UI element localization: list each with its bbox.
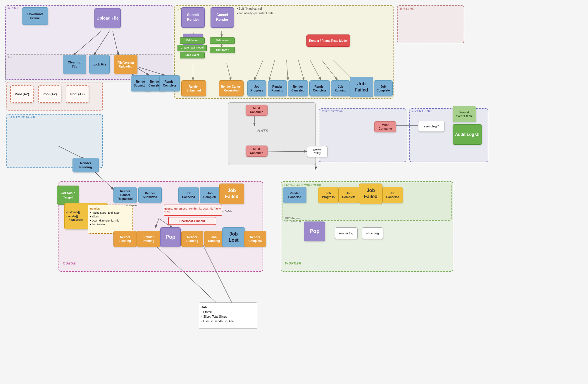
persist-events-node[interactable]: Persist events table [453,106,476,122]
render-info-node: Render: • Frame Start - End, Step • Slic… [88,205,133,234]
get-scale-target-node[interactable]: Get Scale Target [57,186,79,205]
worker-region-label: Worker [285,262,301,265]
delete-label-2: ← Delete [221,210,232,213]
render-cancel-requested-node[interactable]: Render Cancel Requested [219,80,244,96]
event-log-entry-node[interactable]: event.log.* [418,121,444,132]
render-pending-2-node[interactable]: Render Pending [113,231,137,247]
worker-relay-node[interactable]: Worker Relay [307,146,327,157]
nats-region [228,102,316,165]
render-canceled-w-node[interactable]: Render Canceled [283,187,306,203]
files-region-label: Files [8,6,19,10]
job-progress-w-node[interactable]: Job Progress [318,187,339,203]
job-complete-1-node[interactable]: Job Complete [374,80,393,96]
job-canceled-w-node[interactable]: Job Canceled [382,187,403,203]
render-submitted-3-node[interactable]: Render Submitted [138,187,162,203]
download-frame-node[interactable]: Download Frame [22,7,48,25]
cancel-render-note: • Soft / Hard cancel• Job affinity (pers… [237,6,275,16]
event-log-region-label: Event Log [412,110,432,113]
queue-inprogress-node: queue..inprogress render_id, user_id, fr… [164,205,222,216]
heartbeat-timeout-node: Heartbeat Timeout [168,217,216,225]
job-complete-w-node[interactable]: Job Complete [339,187,359,203]
pool-az-3-node[interactable]: Pool (AZ) [66,85,89,103]
render-canceled-2-node[interactable]: Render Canceled [288,80,308,96]
job-failed-q-node[interactable]: Job Failed [219,184,244,204]
render-submitted-2-node[interactable]: Render Submitted [181,80,206,96]
cleanup-file-node[interactable]: Clean up File [63,55,86,74]
billing-region [397,5,464,43]
nats-stream-region-label: NATS Stream [322,110,344,113]
render-running-node[interactable]: Render Running [268,80,287,96]
must-consume-2-node[interactable]: Must Consume [374,121,396,132]
autoscaler-region-label: Autoscaler [10,115,35,119]
validation-2-node[interactable]: Validation [210,37,235,44]
slice-png-node[interactable]: slice.png [362,227,383,239]
nats-region-label: NATS [257,129,268,133]
status-job-progress-label: Status.job.progress [284,184,321,186]
rpc-request-label: RPC Requestsvc.queue.pop [285,217,302,223]
file-version-uploaded-node[interactable]: File Version Uploaded [114,55,137,74]
pop-worker-node[interactable]: Pop [304,222,325,241]
render-complete-2-node[interactable]: Render Complete [309,80,330,96]
render-complete-q-node[interactable]: Render Complete [244,231,266,247]
billing-region-label: Billing [400,7,415,11]
diagram-container: Files EFS Autoscaler Render API Billing … [0,0,588,384]
render-log-node[interactable]: render.log [335,227,358,239]
job-running-1-node[interactable]: Job Running [331,80,350,96]
render-complete-1-node[interactable]: Render Complete [159,75,180,91]
emit-event-1-node[interactable]: Emit Event [180,52,205,58]
render-cancel-requested-2-node[interactable]: Render Cancel Requested [113,187,137,203]
upload-file-node[interactable]: Upload File [94,8,121,28]
create-read-model-node[interactable]: Create read model [177,45,207,51]
pool-az-1-node[interactable]: Pool (AZ) [10,85,34,103]
job-lost-q-node[interactable]: Job Lost [222,227,245,247]
emit-event-2-node[interactable]: Emit Event [210,47,235,53]
validation-1-node[interactable]: Validation [180,37,205,44]
render-pending-1-node[interactable]: Render Pending [73,158,99,172]
nats-stream-region [319,108,406,162]
delete-label-1: ← Delete [126,204,137,207]
submit-render-node[interactable]: Submit Render [181,7,205,28]
render-running-q-node[interactable]: Render Running [181,231,203,247]
must-consume-3-node[interactable]: Must Consume [246,146,268,157]
audit-log-ui-node[interactable]: Audit Log UI [453,124,482,145]
job-running-q-node[interactable]: Job Running [204,231,224,247]
must-consume-1-node[interactable]: Must Consume [246,105,268,116]
queue-region-label: Queue [63,262,76,265]
render-frame-read-model-node[interactable]: Render / Frame Read Model [306,34,350,47]
render-pending-3-node[interactable]: Render Pending [137,231,160,247]
job-info-box: Job • Frame • Slice / Total Slices • Use… [199,302,257,329]
pop-queue-node[interactable]: Pop [160,227,181,247]
cancel-render-node[interactable]: Cancel Render [211,7,234,28]
job-failed-w-node[interactable]: Job Failed [359,184,382,204]
job-progress-node[interactable]: Job Progress [247,80,266,96]
job-complete-q-node[interactable]: Job Complete [200,187,220,203]
lock-file-node[interactable]: Lock File [89,55,110,74]
job-failed-1-node[interactable]: Job Failed [350,77,373,97]
efs-region-label: EFS [8,56,15,59]
job-canceled-q-node[interactable]: Job Canceled [178,187,199,203]
pool-az-2-node[interactable]: Pool (AZ) [38,85,61,103]
